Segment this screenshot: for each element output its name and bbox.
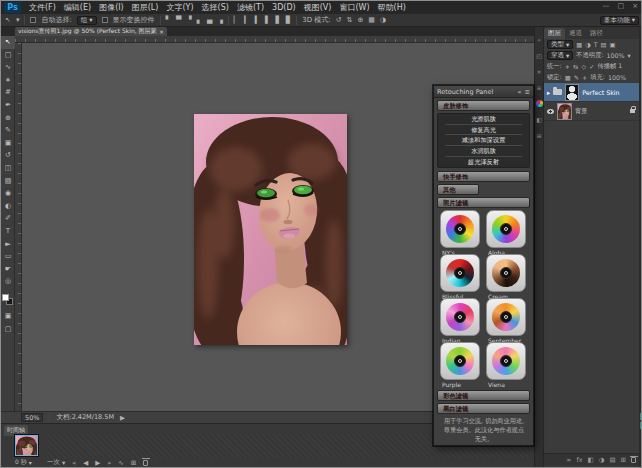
align-hcenter-icon[interactable]: ▄	[207, 16, 212, 24]
show-transform-checkbox[interactable]	[102, 17, 108, 23]
loop-count-dropdown[interactable]: 一次 ▾	[47, 458, 65, 467]
menu-item-view[interactable]: 视图(V)	[304, 2, 332, 13]
chevron-down-icon[interactable]: ▾	[628, 52, 631, 59]
filter-button-purple[interactable]	[440, 342, 480, 380]
first-frame-icon[interactable]: «	[72, 459, 76, 467]
3d-scale-icon[interactable]: ◑	[380, 16, 386, 24]
layer-thumbnail[interactable]	[557, 103, 572, 120]
menu-item-window[interactable]: 窗口(W)	[339, 2, 369, 13]
hand-tool[interactable]: ☛	[1, 263, 15, 276]
tab-close-icon[interactable]: ×	[159, 28, 164, 35]
section-skin-retouch[interactable]: 皮肤修饰	[437, 100, 530, 111]
filter-button-aloha[interactable]	[486, 210, 526, 248]
hydrate-skin-button[interactable]: 水润肌肤	[445, 146, 522, 157]
screen-mode-button[interactable]: ▢	[1, 323, 15, 336]
document-image[interactable]	[194, 114, 347, 345]
section-color-filters[interactable]: 彩色滤镜	[437, 390, 530, 401]
delete-frame-icon[interactable]	[143, 460, 148, 466]
eyedropper-tool[interactable]: ✒	[1, 99, 15, 112]
workspace-switcher[interactable]: 基本功能 ▾	[600, 16, 639, 25]
propagate-check-icon[interactable]: ✓	[589, 63, 594, 70]
adjustment-layer-icon[interactable]: ◑	[599, 456, 605, 464]
3d-pan-icon[interactable]: ⊕	[357, 16, 363, 24]
minimize-button[interactable]: —	[603, 2, 610, 10]
blur-tool[interactable]: ◉	[1, 187, 15, 200]
filter-button-september[interactable]	[486, 298, 526, 336]
auto-select-group-dropdown[interactable]: 组 ▾	[77, 16, 97, 25]
menu-item-file[interactable]: 文件(F)	[29, 2, 56, 13]
status-expand-icon[interactable]: ▶	[120, 414, 125, 422]
filter-button-viena[interactable]	[486, 342, 526, 380]
distribute-3-icon[interactable]: ▍	[255, 16, 260, 24]
fix-highlights-button[interactable]: 修复高光	[445, 125, 522, 136]
layer-name[interactable]: 背景	[575, 107, 588, 116]
unify-style-icon[interactable]: ◇	[581, 63, 586, 70]
previous-frame-icon[interactable]: ◀	[83, 459, 88, 467]
vertical-ruler[interactable]	[15, 43, 22, 411]
align-top-icon[interactable]: ▘	[166, 16, 171, 24]
layer-mask-thumbnail[interactable]	[565, 84, 579, 101]
filter-button-blissful[interactable]	[440, 254, 480, 292]
panel-icon-1[interactable]: ◰	[535, 52, 543, 59]
section-other[interactable]: 其他	[437, 184, 479, 195]
layer-style-icon[interactable]: fx	[576, 456, 582, 464]
align-left-icon[interactable]: ▖	[197, 16, 202, 24]
zoom-tool[interactable]: ◎	[1, 275, 15, 288]
tween-icon[interactable]: ∿	[118, 459, 123, 467]
section-photo-filters[interactable]: 照片滤镜	[437, 197, 530, 208]
tab-paths[interactable]: 路径	[586, 28, 607, 39]
restore-button[interactable]: □	[618, 2, 625, 10]
panel-icon-4[interactable]: ◧	[535, 116, 543, 123]
eraser-tool[interactable]: ◫	[1, 162, 15, 175]
collapse-icon[interactable]: «	[518, 88, 522, 96]
panel-icon-2[interactable]: ×	[535, 68, 543, 75]
distribute-4-icon[interactable]: ▌	[265, 16, 270, 24]
tab-layers[interactable]: 图层	[544, 28, 565, 39]
tab-channels[interactable]: 通道	[565, 28, 586, 39]
gradient-tool[interactable]: ▧	[1, 175, 15, 188]
add-mask-icon[interactable]: ◧	[588, 456, 594, 464]
menu-item-layer[interactable]: 图层(L)	[132, 2, 159, 13]
dodge-burn-setup-button[interactable]: 减淡和加深设置	[445, 135, 522, 146]
section-bw-filters[interactable]: 黑白滤镜	[437, 403, 530, 414]
move-tool[interactable]: ↖	[1, 36, 15, 49]
menu-item-edit[interactable]: 编辑(E)	[64, 2, 91, 13]
play-icon[interactable]: ▶	[95, 459, 100, 467]
crop-tool[interactable]: #	[1, 86, 15, 99]
foreground-color-swatch[interactable]	[2, 294, 9, 301]
type-tool[interactable]: T	[1, 225, 15, 238]
close-button[interactable]: ×	[632, 2, 638, 10]
blend-mode-dropdown[interactable]: 穿透 ▾	[547, 51, 573, 60]
horizontal-ruler[interactable]	[15, 36, 534, 43]
distribute-5-icon[interactable]: ▋	[275, 16, 280, 24]
lock-transparent-icon[interactable]: ▦	[565, 74, 571, 81]
align-bottom-icon[interactable]: ▝	[186, 16, 191, 24]
layer-filter-dropdown[interactable]: 类型 ▾	[547, 40, 573, 49]
align-right-icon[interactable]: ▗	[217, 16, 222, 24]
quick-mask-button[interactable]: ▣	[1, 310, 15, 323]
group-expand-icon[interactable]: ▸	[547, 89, 550, 96]
menu-item-help[interactable]: 帮助(H)	[378, 2, 406, 13]
document-tab[interactable]: visions宣传照1.jpg @ 50% (Perfect Skin, 图层蒙…	[15, 27, 167, 36]
filter-button-indian[interactable]	[440, 298, 480, 336]
menu-item-filter[interactable]: 滤镜(T)	[237, 2, 264, 13]
panel-menu-icon[interactable]: ≡	[525, 88, 530, 96]
filter-adjustment-icon[interactable]: ◑	[585, 41, 591, 48]
color-swatches[interactable]	[2, 294, 14, 306]
align-vcenter-icon[interactable]: ▀	[176, 16, 181, 24]
retouching-panel-titlebar[interactable]: Retouching Panel « ≡	[434, 86, 533, 98]
brush-tool[interactable]: ✎	[1, 124, 15, 137]
healing-brush-tool[interactable]: ⊕	[1, 112, 15, 125]
filter-group-icon[interactable]: ▤	[601, 41, 607, 48]
path-selection-tool[interactable]: ►	[1, 238, 15, 251]
menu-item-image[interactable]: 图像(I)	[99, 2, 124, 13]
lasso-tool[interactable]: ∿	[1, 61, 15, 74]
dodge-tool[interactable]: ◐	[1, 200, 15, 213]
filter-smartobject-icon[interactable]: ▣	[610, 41, 616, 48]
layer-row-perfect-skin[interactable]: ▸ Perfect Skin	[544, 83, 640, 102]
filter-button-nys[interactable]	[440, 210, 480, 248]
lock-position-icon[interactable]: +	[582, 74, 587, 81]
new-layer-icon[interactable]: ⊞	[621, 456, 626, 464]
distribute-6-icon[interactable]: ▊	[286, 16, 291, 24]
collapse-panels-icon[interactable]: «	[535, 36, 543, 43]
